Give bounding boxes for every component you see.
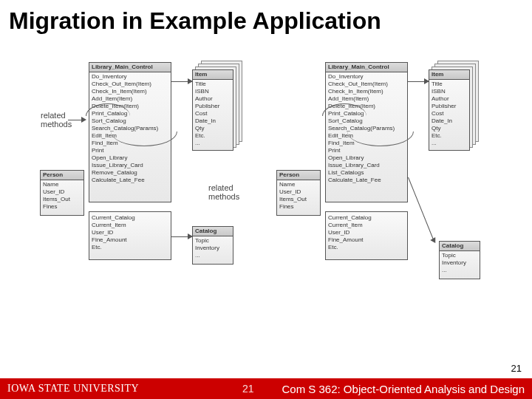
line: Do_Inventory bbox=[328, 73, 405, 81]
line: Issue_Library_Card bbox=[328, 162, 405, 169]
line: Etc. bbox=[92, 244, 168, 251]
line: Fine_Amount bbox=[328, 236, 405, 244]
line: List_Catalogs bbox=[328, 169, 405, 177]
line: ISBN bbox=[432, 88, 467, 95]
line: User_ID bbox=[328, 229, 405, 236]
arrow-state-catalog-left-head bbox=[188, 233, 193, 239]
diagram-area: related methods Library_Main_Control Do_… bbox=[0, 52, 532, 332]
line: User_ID bbox=[92, 229, 168, 236]
line: Current_Catalog bbox=[92, 214, 168, 222]
page-number: 21 bbox=[511, 363, 522, 374]
line: Current_Item bbox=[328, 222, 405, 229]
line: Current_Item bbox=[92, 222, 168, 229]
card-person-right: Person Name User_ID Items_Out Fines bbox=[276, 170, 321, 216]
slide-title: Migration in Example Application bbox=[9, 7, 381, 35]
slide-root: Migration in Example Application related… bbox=[0, 0, 532, 399]
card-catalog-right-body: Topic Inventory ... bbox=[440, 251, 480, 276]
line: Open_Library bbox=[92, 154, 168, 162]
line: Etc. bbox=[328, 244, 405, 251]
line: Qty bbox=[432, 125, 467, 132]
card-main-right-body: Do_Inventory Check_Out_Item(Item) Check_… bbox=[326, 72, 407, 186]
line: Author bbox=[195, 95, 231, 103]
footer-bar: IOWA STATE UNIVERSITY Com S 362: Object-… bbox=[0, 378, 532, 399]
line: Date_In bbox=[195, 117, 231, 125]
line: ISBN bbox=[195, 88, 231, 95]
card-state-left-body: Current_Catalog Current_Item User_ID Fin… bbox=[89, 212, 171, 253]
line: Check_Out_Item(Item) bbox=[328, 81, 405, 88]
line: Sort_Catalog bbox=[328, 117, 405, 125]
card-catalog-left-body: Topic Inventory ... bbox=[193, 236, 233, 262]
line: Inventory bbox=[195, 245, 231, 252]
line: Publisher bbox=[195, 103, 231, 110]
card-item-right-body: Title ISBN Author Publisher Cost Date_In… bbox=[429, 80, 469, 149]
line: ... bbox=[195, 252, 231, 259]
card-main-right-header: Library_Main_Control bbox=[326, 63, 407, 72]
line: Check_In_Item(Item) bbox=[92, 88, 168, 95]
arrow-main-catalog-right-head bbox=[430, 237, 437, 245]
card-main-left-body: Do_Inventory Check_Out_Item(Item) Check_… bbox=[89, 72, 171, 186]
card-catalog-left: Catalog Topic Inventory ... bbox=[192, 226, 233, 265]
footer-course: Com S 362: Object-Oriented Analysis and … bbox=[282, 383, 525, 395]
arrow-related-left-head bbox=[81, 117, 86, 123]
arrow-main-catalog-right bbox=[408, 177, 434, 239]
line: Open_Library bbox=[328, 154, 405, 162]
card-person-left: Person Name User_ID Items_Out Fines bbox=[40, 170, 84, 216]
line: Calculate_Late_Fee bbox=[92, 177, 168, 184]
footer-subpage: 21 bbox=[242, 383, 254, 395]
line: Topic bbox=[195, 237, 231, 245]
line: Inventory bbox=[442, 259, 477, 267]
card-item-right: Item Title ISBN Author Publisher Cost Da… bbox=[429, 69, 470, 151]
line: Items_Out bbox=[43, 196, 81, 203]
label-related-methods-right: related methods bbox=[208, 183, 239, 201]
line: Qty bbox=[195, 125, 231, 132]
line: User_ID bbox=[43, 188, 81, 196]
line: Title bbox=[432, 81, 467, 88]
line: Check_In_Item(Item) bbox=[328, 88, 405, 95]
line: Topic bbox=[442, 252, 477, 259]
arrow-related-left-line bbox=[68, 120, 83, 120]
card-item-left: Item Title ISBN Author Publisher Cost Da… bbox=[192, 69, 233, 151]
arrow-main-item-left-head bbox=[188, 78, 193, 84]
card-item-left-header: Item bbox=[193, 70, 233, 80]
line: Fine_Amount bbox=[92, 236, 168, 244]
line: Search_Catalog(Params) bbox=[92, 125, 168, 132]
line: Print bbox=[328, 147, 405, 154]
card-catalog-left-header: Catalog bbox=[193, 227, 233, 236]
line: Remove_Catalog bbox=[92, 169, 168, 177]
line: ... bbox=[432, 140, 467, 147]
line: Etc. bbox=[432, 132, 467, 140]
card-item-left-body: Title ISBN Author Publisher Cost Date_In… bbox=[193, 80, 233, 149]
card-main-left-header: Library_Main_Control bbox=[89, 63, 171, 72]
footer-university: IOWA STATE UNIVERSITY bbox=[7, 383, 139, 395]
line: Fines bbox=[43, 203, 81, 211]
line: Add_Item(Item) bbox=[328, 95, 405, 103]
line: Fines bbox=[279, 203, 318, 211]
card-state-left: Current_Catalog Current_Item User_ID Fin… bbox=[89, 211, 171, 260]
card-catalog-right-header: Catalog bbox=[440, 242, 480, 251]
line: Name bbox=[279, 181, 318, 188]
card-state-right-body: Current_Catalog Current_Item User_ID Fin… bbox=[326, 212, 407, 253]
line: Calculate_Late_Fee bbox=[328, 177, 405, 184]
card-catalog-right: Catalog Topic Inventory ... bbox=[439, 241, 480, 279]
line: User_ID bbox=[279, 188, 318, 196]
arrow-main-item-right-head bbox=[424, 78, 429, 84]
line: Items_Out bbox=[279, 196, 318, 203]
card-person-right-body: Name User_ID Items_Out Fines bbox=[277, 180, 320, 213]
line: Date_In bbox=[432, 117, 467, 125]
card-person-right-header: Person bbox=[277, 171, 320, 180]
line: Print bbox=[92, 147, 168, 154]
line: Name bbox=[43, 181, 81, 188]
line: Issue_Library_Card bbox=[92, 162, 168, 169]
line: Author bbox=[432, 95, 467, 103]
line: Search_Catalog(Params) bbox=[328, 125, 405, 132]
line: Sort_Catalog bbox=[92, 117, 168, 125]
line: Title bbox=[195, 81, 231, 88]
card-person-left-body: Name User_ID Items_Out Fines bbox=[41, 180, 83, 213]
line: Check_Out_Item(Item) bbox=[92, 81, 168, 88]
line: Etc. bbox=[195, 132, 231, 140]
card-item-right-header: Item bbox=[429, 70, 469, 80]
line: Do_Inventory bbox=[92, 73, 168, 81]
card-state-right: Current_Catalog Current_Item User_ID Fin… bbox=[325, 211, 408, 260]
line: ... bbox=[195, 140, 231, 147]
line: Cost bbox=[195, 110, 231, 117]
